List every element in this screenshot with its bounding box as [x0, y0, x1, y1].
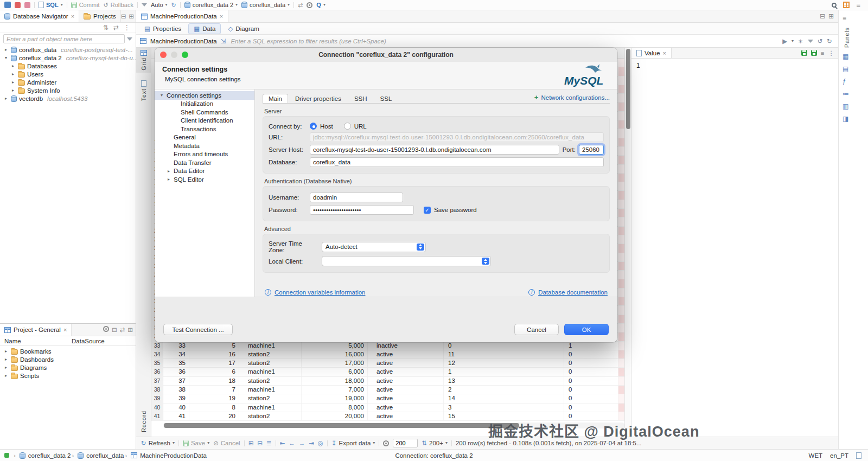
cell-status[interactable]: active: [368, 350, 444, 358]
maximize-icon[interactable]: ⊞: [129, 12, 134, 20]
navigator-tree-item[interactable]: ▸ Administer: [0, 78, 136, 86]
fetch-settings-icon[interactable]: [383, 440, 389, 446]
cell-machine-id[interactable]: 8: [189, 404, 239, 412]
tree-expander-icon[interactable]: ▸: [166, 169, 171, 174]
cell-machine-name[interactable]: station2: [239, 377, 302, 385]
connection-variables-link[interactable]: Connection variables information: [275, 289, 365, 296]
dialog-tree-item[interactable]: General: [155, 133, 254, 142]
table-row[interactable]: 37 37 18 station2 18,000 active 13 0: [151, 377, 624, 386]
row-number[interactable]: 38: [151, 386, 163, 394]
tree-expander-icon[interactable]: ▸: [10, 63, 16, 68]
tree-expander-icon[interactable]: ▸: [166, 177, 171, 182]
settings-icon[interactable]: [103, 326, 109, 332]
dialog-tree-item[interactable]: Data Transfer: [155, 158, 254, 167]
username-input[interactable]: [310, 193, 403, 202]
cell-flag[interactable]: 0: [564, 350, 618, 358]
dialog-tree-item[interactable]: Transactions: [155, 125, 254, 133]
project-tree-item[interactable]: ▸ Scripts: [0, 372, 136, 380]
navigator-filter-input[interactable]: [3, 34, 125, 43]
cell-flag[interactable]: 0: [564, 394, 618, 402]
dialog-tree-item[interactable]: ▸ SQL Editor: [155, 175, 254, 184]
host-radio-label[interactable]: Host: [320, 123, 333, 130]
project-tree-item[interactable]: ▸ Diagrams: [0, 363, 136, 372]
cell-production[interactable]: 20,000: [302, 412, 368, 420]
cell-id[interactable]: 34: [163, 350, 189, 358]
table-row[interactable]: 38 38 7 machine1 7,000 active 2 0: [151, 386, 624, 394]
navigator-tree-item[interactable]: ▾ coreflux_data 2 coreflux-mysql-test-do…: [0, 54, 136, 62]
cell-machine-id[interactable]: 6: [189, 368, 239, 376]
filter-icon[interactable]: [127, 37, 132, 41]
cell-count[interactable]: 11: [444, 350, 564, 358]
cell-production[interactable]: 17,000: [302, 359, 368, 367]
tree-expander-icon[interactable]: ▸: [3, 96, 9, 101]
column-datasource[interactable]: DataSource: [72, 338, 105, 344]
save-password-checkbox[interactable]: [424, 207, 431, 214]
maximize-icon[interactable]: ⊞: [127, 326, 133, 334]
cell-count[interactable]: 12: [444, 359, 564, 367]
cell-status[interactable]: active: [368, 394, 444, 402]
duplicate-row-icon[interactable]: ≣: [266, 439, 272, 447]
driver-manager-icon[interactable]: [24, 2, 30, 8]
dialog-tree-item[interactable]: Client identification: [155, 117, 254, 125]
cell-flag[interactable]: 0: [564, 412, 618, 420]
save-value-icon[interactable]: [801, 50, 807, 56]
rollback-button[interactable]: ↺ Rollback: [104, 2, 133, 9]
editor-subtab[interactable]: ◇ Diagram: [222, 23, 264, 34]
cell-machine-name[interactable]: station2: [239, 412, 302, 420]
cell-status[interactable]: active: [368, 404, 444, 412]
breadcrumb-item[interactable]: › coreflux_data 2: [12, 452, 71, 459]
cell-id[interactable]: 33: [163, 342, 189, 350]
cell-status[interactable]: active: [368, 359, 444, 367]
active-connection-selector[interactable]: coreflux_data 2 ▾: [184, 2, 238, 8]
database-documentation-link[interactable]: Database documentation: [538, 289, 608, 296]
cell-machine-id[interactable]: 5: [189, 342, 239, 350]
value-menu-icon[interactable]: ≡: [821, 50, 825, 56]
dialog-titlebar[interactable]: Connection "coreflux_data 2" configurati…: [155, 48, 617, 62]
txn-filter-icon[interactable]: [142, 3, 147, 7]
ok-button[interactable]: OK: [564, 324, 609, 335]
navigator-tree-item[interactable]: ▸ Users: [0, 70, 136, 78]
collapse-all-icon[interactable]: ⇅: [103, 24, 108, 31]
cell-machine-name[interactable]: machine1: [239, 404, 302, 412]
panel-tool-icon[interactable]: ▦: [843, 53, 849, 60]
cell-production[interactable]: 16,000: [302, 350, 368, 358]
panel-tool-icon[interactable]: ▤: [843, 65, 849, 73]
save-button[interactable]: Save ▾: [183, 440, 209, 446]
cancel-changes-button[interactable]: ⊘ Cancel: [213, 439, 240, 447]
navigator-tree-item[interactable]: ▸ coreflux_data coreflux-postgresql-test…: [0, 46, 136, 54]
cell-count[interactable]: 3: [444, 404, 564, 412]
refresh-button[interactable]: ↻ Refresh ▾: [141, 439, 175, 447]
column-name[interactable]: Name: [4, 338, 72, 344]
next-row-icon[interactable]: →: [299, 440, 305, 446]
cell-status[interactable]: active: [368, 377, 444, 385]
cell-machine-id[interactable]: 7: [189, 386, 239, 394]
sql-filter-input[interactable]: [229, 36, 778, 46]
compare-icon[interactable]: ⇄: [298, 2, 303, 9]
cell-production[interactable]: 19,000: [302, 394, 368, 402]
table-row[interactable]: 41 41 20 station2 20,000 active 15 0: [151, 412, 624, 421]
table-row[interactable]: 33 33 5 machine1 5,000 inactive 0 1: [151, 342, 624, 350]
fetch-more-button[interactable]: ⇅ 200+ ▾: [422, 439, 448, 447]
tree-expander-icon[interactable]: ▾: [159, 93, 164, 98]
dialog-tree-item[interactable]: ▾ Connection settings: [155, 91, 254, 100]
editor-subtab[interactable]: ▤ Properties: [139, 23, 187, 34]
zoom-window-button[interactable]: [182, 52, 188, 58]
row-number[interactable]: 36: [151, 368, 163, 376]
save-password-label[interactable]: Save password: [434, 207, 477, 213]
export-data-button[interactable]: ↧ Export data ▾: [331, 439, 375, 447]
vertical-scrollbar-thumb[interactable]: [626, 49, 630, 129]
close-icon[interactable]: ×: [220, 13, 223, 20]
editor-subtab[interactable]: ▦ Data: [188, 23, 221, 34]
table-row[interactable]: 34 34 16 station2 16,000 active 11 0: [151, 350, 624, 359]
server-timezone-select[interactable]: Auto-detect: [322, 242, 426, 252]
cell-machine-id[interactable]: 17: [189, 359, 239, 367]
port-input[interactable]: [579, 145, 604, 155]
new-sql-editor-button[interactable]: SQL ▾: [39, 2, 63, 8]
cell-count[interactable]: 0: [444, 342, 564, 350]
row-number[interactable]: 35: [151, 359, 163, 367]
cell-id[interactable]: 40: [163, 404, 189, 412]
minimize-icon[interactable]: ⊟: [121, 12, 126, 20]
settings-icon[interactable]: [307, 2, 312, 8]
sync-icon[interactable]: ⇄: [120, 326, 125, 334]
refresh-icon[interactable]: ↻: [171, 2, 176, 9]
